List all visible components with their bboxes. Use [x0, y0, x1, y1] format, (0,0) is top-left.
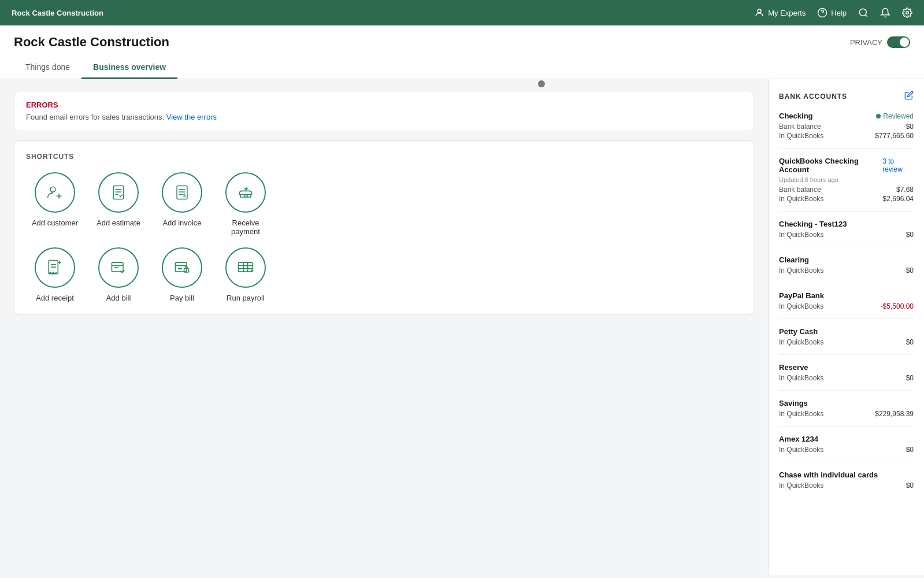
bank-item-chase: Chase with individual cards In QuickBook… [779, 470, 914, 498]
topbar: Rock Castle Construction My Experts Help [0, 0, 924, 25]
company-name: Rock Castle Construction [14, 35, 169, 50]
svg-point-17 [244, 195, 247, 197]
bank-name-checking: Checking [779, 112, 813, 120]
shortcut-run-payroll[interactable]: Run payroll [217, 247, 274, 302]
bank-item-amex: Amex 1234 In QuickBooks $0 [779, 435, 914, 462]
bank-qb-row-petty-cash: In QuickBooks $0 [779, 338, 914, 346]
bank-item-reserve: Reserve In QuickBooks $0 [779, 363, 914, 391]
bank-qb-row-chase: In QuickBooks $0 [779, 481, 914, 490]
shortcut-add-invoice[interactable]: $ Add invoice [153, 172, 211, 236]
bank-item-savings: Savings In QuickBooks $229,958.39 [779, 399, 914, 427]
bank-item-clearing: Clearing In QuickBooks $0 [779, 255, 914, 283]
svg-point-2 [859, 9, 866, 16]
bank-balance-row-qb: Bank balance $7.68 [779, 186, 914, 194]
bank-item-qb-checking: QuickBooks Checking Account 3 to review … [779, 157, 914, 212]
bank-accounts-title: BANK ACCOUNTS [779, 92, 847, 101]
shortcut-add-bill[interactable]: Add bill [90, 247, 147, 302]
view-errors-link[interactable]: View the errors [166, 113, 217, 121]
receive-payment-icon [225, 172, 266, 213]
bank-name-qb-checking: QuickBooks Checking Account [779, 157, 882, 174]
bank-qb-row-savings: In QuickBooks $229,958.39 [779, 410, 914, 418]
bank-accounts-panel: BANK ACCOUNTS Checking Reviewed Bank bal… [768, 79, 924, 575]
qb-checking-review-link[interactable]: 3 to review [882, 157, 914, 173]
bank-name-clearing: Clearing [779, 255, 809, 264]
search-button[interactable] [858, 8, 869, 18]
privacy-label: PRIVACY [850, 38, 882, 47]
bank-item-checking: Checking Reviewed Bank balance $0 In Qui… [779, 112, 914, 149]
tab-things-done[interactable]: Things done [14, 57, 81, 79]
shortcut-receive-payment[interactable]: Receive payment [217, 172, 274, 236]
shortcuts-title: SHORTCUTS [26, 153, 742, 161]
shortcut-add-estimate[interactable]: Add estimate [90, 172, 147, 236]
page-content: ERRORS Found email errors for sales tran… [0, 79, 924, 575]
receive-payment-label: Receive payment [217, 218, 274, 236]
bank-name-reserve: Reserve [779, 363, 808, 372]
left-panel: ERRORS Found email errors for sales tran… [0, 79, 768, 575]
bank-name-savings: Savings [779, 399, 808, 407]
svg-rect-23 [112, 262, 123, 272]
add-invoice-label: Add invoice [162, 218, 201, 227]
shortcuts-section: SHORTCUTS Add customer [14, 140, 754, 314]
svg-rect-7 [113, 186, 124, 199]
privacy-toggle[interactable]: PRIVACY [850, 36, 910, 48]
privacy-switch[interactable] [887, 36, 910, 48]
add-invoice-icon: $ [162, 172, 202, 213]
alert-text: Found email errors for sales transaction… [26, 113, 742, 121]
add-bill-icon [98, 247, 139, 288]
bank-name-chase: Chase with individual cards [779, 470, 878, 479]
add-receipt-icon [35, 247, 75, 288]
bank-qb-row-reserve: In QuickBooks $0 [779, 374, 914, 382]
notifications-button[interactable] [880, 8, 890, 18]
my-experts-button[interactable]: My Experts [754, 8, 806, 18]
bank-qb-row-paypal: In QuickBooks -$5,500.00 [779, 302, 914, 310]
help-button[interactable]: Help [817, 8, 847, 18]
bank-item-checking-test123: Checking - Test123 In QuickBooks $0 [779, 220, 914, 247]
topbar-company-name: Rock Castle Construction [12, 9, 103, 17]
bank-edit-icon[interactable] [904, 91, 914, 102]
bank-name-checking-test123: Checking - Test123 [779, 220, 847, 228]
bank-item-paypal: PayPal Bank In QuickBooks -$5,500.00 [779, 291, 914, 319]
shortcuts-grid: Add customer Add estimate [26, 172, 742, 302]
tab-business-overview[interactable]: Business overview [81, 57, 177, 79]
status-dot-green [876, 114, 881, 118]
bank-name-petty-cash: Petty Cash [779, 327, 818, 336]
add-customer-label: Add customer [32, 218, 78, 227]
help-label: Help [831, 9, 847, 17]
svg-point-4 [50, 187, 55, 192]
shortcut-pay-bill[interactable]: Pay bill [153, 247, 211, 302]
bank-name-amex: Amex 1234 [779, 435, 818, 443]
alert-section: ERRORS Found email errors for sales tran… [14, 91, 754, 131]
alert-title: ERRORS [26, 101, 742, 109]
svg-rect-27 [239, 262, 253, 272]
toggle-knob [900, 38, 909, 47]
bank-accounts-header: BANK ACCOUNTS [779, 91, 914, 102]
shortcut-add-receipt[interactable]: Add receipt [26, 247, 84, 302]
bank-updated-qb: Updated 6 hours ago [779, 176, 914, 183]
run-payroll-label: Run payroll [227, 294, 265, 302]
bank-qb-row-test123: In QuickBooks $0 [779, 231, 914, 239]
svg-point-3 [906, 12, 909, 14]
bank-name-paypal: PayPal Bank [779, 291, 824, 300]
bank-qb-row-amex: In QuickBooks $0 [779, 446, 914, 454]
svg-point-0 [758, 9, 761, 13]
shortcut-add-customer[interactable]: Add customer [26, 172, 84, 236]
settings-button[interactable] [902, 8, 912, 18]
bank-status-reviewed: Reviewed [876, 112, 914, 120]
add-customer-icon [35, 172, 75, 213]
add-estimate-icon [98, 172, 139, 213]
run-payroll-icon [225, 247, 266, 288]
add-bill-label: Add bill [106, 294, 131, 302]
tabs: Things done Business overview [14, 57, 910, 79]
bank-item-petty-cash: Petty Cash In QuickBooks $0 [779, 327, 914, 355]
pay-bill-label: Pay bill [170, 294, 194, 302]
add-receipt-label: Add receipt [36, 294, 74, 302]
pay-bill-icon [162, 247, 202, 288]
experts-label: My Experts [768, 9, 806, 17]
bank-balance-row-checking: Bank balance $0 [779, 123, 914, 131]
topbar-nav: My Experts Help [754, 8, 912, 18]
add-estimate-label: Add estimate [97, 218, 140, 227]
main-header: Rock Castle Construction PRIVACY Things … [0, 25, 924, 79]
svg-text:$: $ [183, 192, 186, 198]
bank-qb-row-qb: In QuickBooks $2,696.04 [779, 195, 914, 203]
bank-qb-row-checking: In QuickBooks $777,665.60 [779, 132, 914, 140]
